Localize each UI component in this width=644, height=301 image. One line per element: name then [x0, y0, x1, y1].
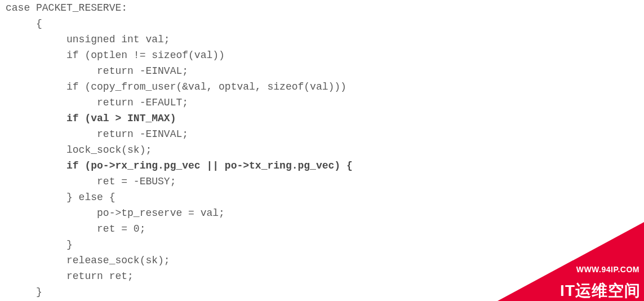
code-line: {: [6, 16, 644, 32]
code-line: if (val > INT_MAX): [6, 110, 644, 126]
code-line: if (optlen != sizeof(val)): [6, 47, 644, 63]
code-block: case PACKET_RESERVE: { unsigned int val;…: [0, 0, 644, 300]
code-line: }: [6, 284, 644, 300]
code-line: if (po->rx_ring.pg_vec || po->tx_ring.pg…: [6, 158, 644, 174]
code-line: unsigned int val;: [6, 32, 644, 47]
code-line: po->tp_reserve = val;: [6, 205, 644, 221]
code-line: if (copy_from_user(&val, optval, sizeof(…: [6, 79, 644, 95]
code-line: return -EINVAL;: [6, 126, 644, 142]
code-line: return -EFAULT;: [6, 95, 644, 110]
code-line: return ret;: [6, 268, 644, 284]
code-line: } else {: [6, 189, 644, 205]
code-line: return -EINVAL;: [6, 63, 644, 79]
code-line: case PACKET_RESERVE:: [6, 0, 644, 16]
code-line: ret = -EBUSY;: [6, 174, 644, 189]
code-line: }: [6, 237, 644, 253]
code-line: lock_sock(sk);: [6, 142, 644, 158]
code-line: ret = 0;: [6, 221, 644, 237]
code-line: release_sock(sk);: [6, 253, 644, 268]
